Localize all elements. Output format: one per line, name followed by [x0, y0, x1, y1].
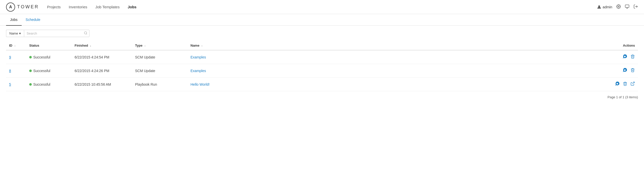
col-type-sort-icon: ↕	[144, 44, 146, 47]
brand-logo-link[interactable]: A TOWER	[6, 3, 39, 12]
col-name-sort-icon: ↕	[201, 44, 203, 47]
col-actions-label: Actions	[623, 44, 635, 47]
table-row: 8 Successful 6/22/2015 4:24:26 PMSCM Upd…	[6, 64, 638, 78]
trash-icon	[630, 68, 635, 72]
delete-button[interactable]	[623, 81, 627, 87]
settings-button[interactable]	[616, 4, 621, 10]
external-link-icon	[630, 81, 635, 86]
pagination-bar: Page 1 of 1 (3 items)	[0, 91, 644, 103]
job-status: Successful	[29, 82, 69, 86]
col-name-label: Name	[190, 44, 199, 47]
job-id-link[interactable]: 9	[9, 55, 11, 59]
job-id-link[interactable]: 5	[9, 82, 11, 86]
table-row: 9 Successful 6/22/2015 4:24:54 PMSCM Upd…	[6, 50, 638, 64]
tabs-bar: Jobs Schedule	[0, 14, 644, 26]
svg-rect-2	[625, 5, 629, 8]
col-header-actions: Actions	[598, 41, 638, 50]
search-input[interactable]	[24, 30, 89, 37]
svg-point-0	[598, 5, 600, 7]
job-finished: 6/22/2015 10:45:56 AM	[72, 78, 132, 91]
svg-line-7	[86, 34, 87, 35]
nav-username: admin	[603, 5, 612, 9]
svg-point-6	[84, 32, 86, 34]
nav-user: admin	[597, 5, 612, 9]
job-finished: 6/22/2015 4:24:26 PM	[72, 64, 132, 78]
col-id-sort-icon: ↕	[14, 44, 16, 47]
job-actions	[601, 54, 635, 60]
nav-link-jobs[interactable]: Jobs	[128, 5, 137, 9]
rocket-icon	[615, 81, 620, 86]
search-wrapper	[24, 30, 89, 37]
status-text: Successful	[33, 69, 50, 73]
col-status-label: Status	[29, 44, 39, 47]
col-header-id[interactable]: ID ↕	[6, 41, 26, 50]
job-type: SCM Update	[132, 50, 187, 64]
logout-button[interactable]	[633, 4, 638, 10]
filter-name-label: Name	[9, 31, 18, 35]
col-header-finished[interactable]: Finished ↓	[72, 41, 132, 50]
table-header-row: ID ↕ Status Finished ↓ Type ↕ Name ↕	[6, 41, 638, 50]
job-type: SCM Update	[132, 64, 187, 78]
col-header-type[interactable]: Type ↕	[132, 41, 187, 50]
col-finished-sort-icon: ↓	[90, 44, 91, 47]
user-icon	[597, 5, 601, 9]
jobs-table: ID ↕ Status Finished ↓ Type ↕ Name ↕	[6, 41, 638, 91]
brand-name: TOWER	[17, 4, 39, 10]
nav-link-projects[interactable]: Projects	[47, 5, 61, 9]
monitor-icon	[625, 4, 629, 9]
nav-links: Projects Inventories Job Templates Jobs	[47, 5, 597, 9]
filter-bar: Name ▾	[0, 26, 644, 41]
settings-icon	[616, 4, 621, 9]
job-finished: 6/22/2015 4:24:54 PM	[72, 50, 132, 64]
job-id-link[interactable]: 8	[9, 69, 11, 73]
job-name-link[interactable]: Hello World!	[190, 82, 210, 86]
tab-schedule[interactable]: Schedule	[22, 14, 44, 26]
brand-logo-circle: A	[6, 3, 15, 12]
trash-icon	[630, 54, 635, 59]
navbar: A TOWER Projects Inventories Job Templat…	[0, 0, 644, 14]
job-type: Playbook Run	[132, 78, 187, 91]
nav-right: admin	[597, 4, 638, 10]
col-type-label: Type	[135, 44, 142, 47]
search-button[interactable]	[84, 31, 87, 36]
trash-icon	[623, 81, 627, 86]
status-dot	[29, 83, 32, 86]
relaunch-button[interactable]	[615, 81, 620, 87]
table-row: 5 Successful 6/22/2015 10:45:56 AMPlaybo…	[6, 78, 638, 91]
external-link-button[interactable]	[630, 81, 635, 87]
status-dot	[29, 56, 32, 58]
col-header-name[interactable]: Name ↕	[187, 41, 598, 50]
col-header-status: Status	[26, 41, 72, 50]
nav-link-job-templates[interactable]: Job Templates	[95, 5, 119, 9]
status-text: Successful	[33, 82, 50, 86]
svg-point-1	[618, 6, 619, 7]
svg-line-8	[632, 82, 634, 84]
brand-logo-letter: A	[9, 5, 12, 9]
job-actions	[601, 68, 635, 74]
job-name-link[interactable]: Examples	[190, 69, 206, 73]
job-actions	[601, 81, 635, 87]
status-dot	[29, 70, 32, 72]
search-icon	[84, 31, 87, 35]
logout-icon	[633, 4, 638, 9]
col-finished-label: Finished	[75, 44, 88, 47]
col-id-label: ID	[9, 44, 12, 47]
relaunch-button[interactable]	[622, 68, 627, 74]
filter-dropdown-icon: ▾	[19, 31, 21, 35]
rocket-icon	[622, 54, 627, 59]
delete-button[interactable]	[630, 54, 635, 60]
job-status: Successful	[29, 55, 69, 59]
delete-button[interactable]	[630, 68, 635, 74]
pagination-text: Page 1 of 1 (3 items)	[607, 95, 638, 99]
nav-link-inventories[interactable]: Inventories	[69, 5, 87, 9]
job-status: Successful	[29, 69, 69, 73]
monitor-button[interactable]	[625, 4, 629, 10]
tab-jobs[interactable]: Jobs	[6, 14, 22, 26]
jobs-table-container: ID ↕ Status Finished ↓ Type ↕ Name ↕	[0, 41, 644, 91]
status-text: Successful	[33, 55, 50, 59]
filter-name-button[interactable]: Name ▾	[6, 30, 24, 37]
relaunch-button[interactable]	[622, 54, 627, 60]
rocket-icon	[622, 68, 627, 73]
job-name-link[interactable]: Examples	[190, 55, 206, 59]
